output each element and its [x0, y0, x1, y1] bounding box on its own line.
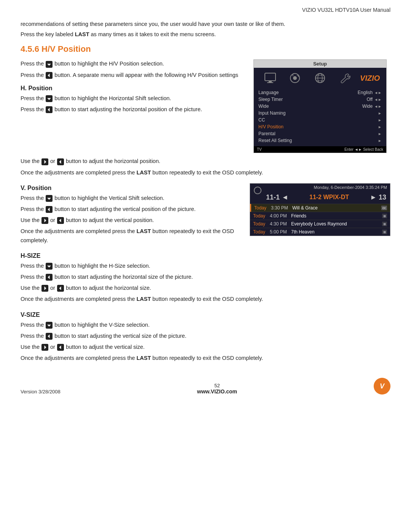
v-pos-text1: Press the button to highlight the Vertic… — [21, 194, 241, 203]
svg-rect-0 — [265, 73, 276, 81]
h-size-text3: Use the or button to adjust the horizont… — [21, 284, 390, 292]
hv-intro-section: Press the button to highlight the H/V Po… — [21, 59, 390, 153]
v-position-heading: V. Position — [21, 185, 241, 192]
footer-center: 52 www.VIZIO.com — [61, 383, 374, 395]
channel-left: 11-1 ◄ — [266, 193, 288, 201]
right-btn-vpos3a — [41, 217, 48, 224]
svg-rect-1 — [269, 81, 272, 82]
tv-guide-channel-row: 11-1 ◄ 11-2 WPIX-DT ► 13 — [262, 191, 390, 204]
vizio-logo: VIZIO — [363, 71, 377, 85]
music-icon — [288, 71, 302, 85]
right-btn-vsize3a — [41, 344, 48, 351]
v-size-section: V-SIZE Press the button to highlight the… — [21, 312, 390, 363]
h-pos-text1: Press the button to highlight the Horizo… — [21, 94, 244, 103]
channel-right: ► 13 — [370, 193, 386, 201]
menu-item-hv-position: H/V Position ► — [254, 123, 386, 130]
hv-text1: Press the button to highlight the H/V Po… — [21, 59, 244, 68]
setup-menu-screenshot: Setup — [253, 59, 390, 153]
menu-item-language: Language English ◄► — [254, 89, 386, 96]
svg-point-4 — [293, 76, 297, 80]
left-btn-hsize3b — [57, 285, 64, 292]
v-position-section: V. Position Press the button to highligh… — [21, 179, 390, 247]
left-btn-vpos2 — [46, 206, 53, 213]
menu-item-input-naming: Input Naming ► — [254, 110, 386, 117]
left-btn-vpos3b — [57, 217, 64, 224]
h-position-heading: H. Position — [21, 85, 244, 92]
h-size-heading: H-SIZE — [21, 252, 390, 259]
monitor-icon — [263, 71, 277, 85]
vizio-footer-logo: V — [374, 378, 390, 395]
guide-row-2: Today 4:00 PM Friends ◼ — [250, 212, 390, 220]
setup-menu-title: Setup — [254, 60, 386, 68]
v-pos-text3: Use the or button to adjust the vertical… — [21, 216, 241, 225]
down-btn-vsize1 — [46, 322, 53, 329]
menu-item-parental: Parental ► — [254, 130, 386, 137]
setup-icons-row: VIZIO — [254, 68, 386, 88]
down-button-icon — [46, 61, 53, 68]
menu-item-sleep-timer: Sleep Timer Off ◄► — [254, 96, 386, 103]
v-pos-text4: Once the adjustments are completed press… — [21, 227, 241, 244]
h-size-text2: Press the button to start adjusting the … — [21, 273, 390, 281]
h-size-text4: Once the adjustments are completed press… — [21, 295, 390, 304]
left-btn-vsize3b — [57, 344, 64, 351]
channel-center: 11-2 WPIX-DT — [292, 194, 367, 201]
wrench-icon — [338, 71, 352, 85]
manual-title: VIZIO VU32L HDTV10A User Manual — [302, 7, 390, 13]
left-btn-vsize2 — [46, 333, 53, 340]
footer-version: Version 3/28/2008 — [21, 389, 61, 395]
footer-website: www.VIZIO.com — [61, 388, 374, 395]
h-size-text1: Press the button to highlight the H-Size… — [21, 262, 390, 270]
left-btn-hpos — [46, 106, 53, 113]
tv-guide: Monday, 6-December-2004 3:35:24 PM 11-1 … — [250, 183, 390, 236]
setup-menu: Setup — [253, 59, 387, 153]
v-size-text3: Use the or button to adjust the vertical… — [21, 343, 390, 351]
h-pos-text2: Press the button to start adjusting the … — [21, 105, 244, 114]
tv-guide-screenshot: Monday, 6-December-2004 3:35:24 PM 11-1 … — [250, 179, 390, 247]
down-btn-hsize1 — [46, 263, 53, 270]
left-btn-hpos3b — [57, 158, 64, 165]
footer-controls: Enter ◄► Select Back — [344, 147, 383, 152]
globe-icon — [313, 71, 327, 85]
hv-text2: Press the button. A separate menu will a… — [21, 71, 244, 80]
intro-para1: recommendations of setting these paramet… — [21, 20, 390, 28]
down-btn-hpos — [46, 95, 53, 102]
v-size-text1: Press the button to highlight the V-Size… — [21, 321, 390, 329]
main-content: recommendations of setting these paramet… — [0, 13, 411, 363]
footer-tv: TV — [257, 147, 262, 152]
footer-page: 52 — [61, 383, 374, 388]
v-pos-text2: Press the button to start adjusting the … — [21, 205, 241, 214]
v-size-text4: Once the adjustments are completed press… — [21, 354, 390, 363]
guide-row-3: Today 4:30 PM Everybody Loves Raymond ◼ — [250, 220, 390, 228]
right-btn-hsize3a — [41, 285, 48, 292]
left-button-icon — [46, 72, 53, 79]
down-btn-vpos1 — [46, 195, 53, 202]
guide-row-4: Today 5:00 PM 7th Heaven ◼ — [250, 228, 390, 236]
svg-rect-2 — [267, 82, 273, 83]
menu-item-cc: CC ► — [254, 117, 386, 123]
v-size-heading: V-SIZE — [21, 312, 390, 318]
setup-menu-items: Language English ◄► Sleep Timer Off ◄► W… — [254, 88, 386, 146]
page-header: VIZIO VU32L HDTV10A User Manual — [0, 0, 411, 13]
right-btn-hpos3a — [41, 158, 48, 165]
v-pos-left: V. Position Press the button to highligh… — [21, 179, 241, 247]
h-pos-text4: Once the adjustments are completed press… — [21, 168, 390, 177]
left-btn-hsize2 — [46, 274, 53, 281]
page-footer: Version 3/28/2008 52 www.VIZIO.com V — [0, 370, 411, 401]
tv-guide-header: Monday, 6-December-2004 3:35:24 PM — [250, 184, 390, 191]
menu-item-wide: Wide Wide ◄► — [254, 103, 386, 110]
section-title: 4.5.6 H/V Position — [21, 44, 390, 54]
hv-intro-left: Press the button to highlight the H/V Po… — [21, 59, 244, 153]
h-size-section: H-SIZE Press the button to highlight the… — [21, 252, 390, 304]
setup-menu-footer: TV Enter ◄► Select Back — [254, 146, 386, 153]
h-pos-text3: Use the or button to adjust the horizont… — [21, 157, 390, 166]
tv-guide-date: Monday, 6-December-2004 3:35:24 PM — [314, 185, 387, 190]
v-size-text2: Press the button to start adjusting the … — [21, 332, 390, 340]
guide-row-1: Today 3:30 PM Will & Grace cc — [250, 204, 390, 212]
intro-para2: Press the key labeled LAST as many times… — [21, 31, 390, 37]
menu-item-reset: Reset All Setting ► — [254, 137, 386, 144]
